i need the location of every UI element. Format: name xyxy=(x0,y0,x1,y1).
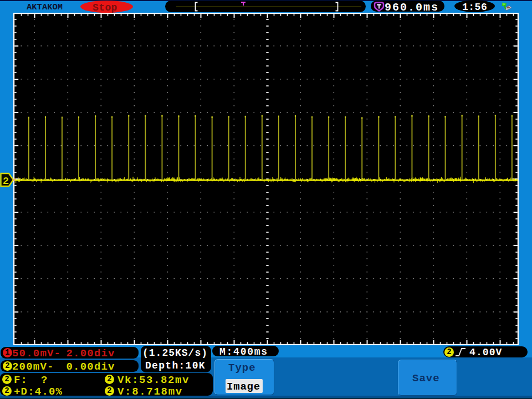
svg-text:2: 2 xyxy=(3,175,9,187)
